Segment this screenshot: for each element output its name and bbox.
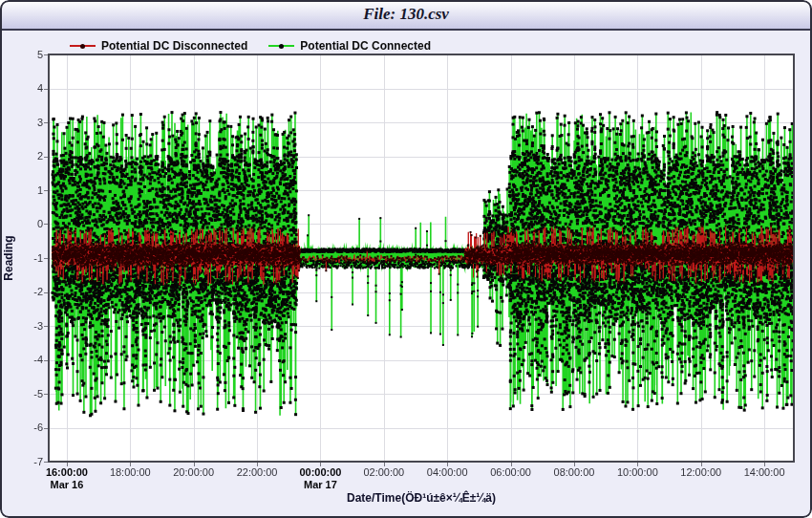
title-bar: File: 130.csv [0, 0, 812, 31]
plot-area[interactable] [0, 0, 812, 518]
chart-window: File: 130.csv Potential DC DisconnectedP… [0, 0, 812, 518]
window-title: File: 130.csv [0, 0, 812, 28]
